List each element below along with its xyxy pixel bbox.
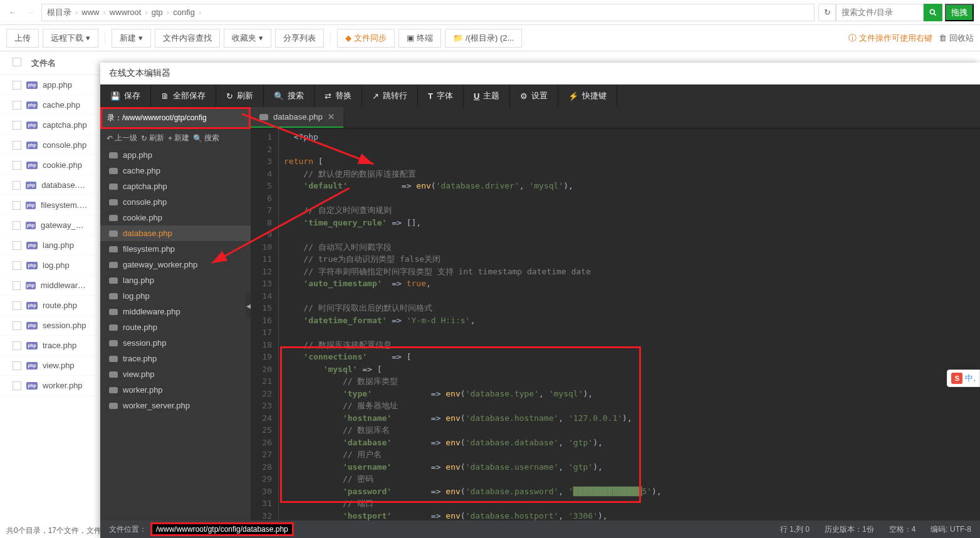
breadcrumb-bar: ← → 根目录› www› wwwroot› gtp› config› ↻ 拖拽 bbox=[0, 0, 980, 25]
share-list-button[interactable]: 分享列表 bbox=[275, 29, 324, 48]
root-dir-button[interactable]: 📁 /(根目录) (2... bbox=[445, 29, 522, 48]
search-button[interactable] bbox=[924, 4, 942, 21]
favorites-button[interactable]: 收藏夹 ▾ bbox=[224, 29, 271, 48]
trash-icon: 🗑 bbox=[939, 33, 947, 43]
sync-icon: ◆ bbox=[345, 33, 352, 43]
chevron-down-icon: ▾ bbox=[138, 33, 143, 43]
trash-button[interactable]: 🗑 回收站 bbox=[939, 33, 974, 44]
svg-point-0 bbox=[930, 9, 934, 14]
terminal-icon: ▣ bbox=[407, 33, 414, 43]
breadcrumb-item[interactable]: gtp bbox=[152, 8, 163, 17]
nav-forward-icon[interactable]: → bbox=[24, 6, 36, 19]
refresh-icon[interactable]: ↻ bbox=[818, 4, 836, 21]
search-content-button[interactable]: 文件内容查找 bbox=[155, 29, 220, 48]
new-button[interactable]: 新建 ▾ bbox=[112, 29, 151, 48]
chevron-down-icon: ▾ bbox=[259, 33, 263, 43]
search-input[interactable] bbox=[836, 4, 924, 21]
upload-button[interactable]: 上传 bbox=[6, 29, 39, 48]
drag-button[interactable]: 拖拽 bbox=[945, 4, 974, 21]
breadcrumb-item[interactable]: www bbox=[81, 8, 99, 17]
breadcrumb: 根目录› www› wwwroot› gtp› config› bbox=[41, 4, 815, 21]
terminal-button[interactable]: ▣ 终端 bbox=[399, 29, 441, 48]
nav-back-icon[interactable]: ← bbox=[6, 6, 19, 19]
search-box: 拖拽 bbox=[836, 4, 974, 21]
breadcrumb-item[interactable]: config bbox=[173, 8, 195, 17]
toolbar: 上传 远程下载 ▾ 新建 ▾ 文件内容查找 收藏夹 ▾ 分享列表 ◆ 文件同步 … bbox=[0, 25, 980, 51]
breadcrumb-item[interactable]: wwwroot bbox=[110, 8, 142, 17]
editor-title: 在线文本编辑器 bbox=[100, 63, 980, 75]
info-icon: ⓘ bbox=[848, 33, 857, 43]
remote-download-button[interactable]: 远程下载 ▾ bbox=[43, 29, 98, 48]
file-sync-button[interactable]: ◆ 文件同步 bbox=[337, 29, 395, 48]
select-all-checkbox[interactable] bbox=[13, 58, 21, 66]
editor: 在线文本编辑器 💾保存 🗎全部保存 ↻刷新 🔍搜索 ⇄替换 ↗跳转行 T字体 U… bbox=[100, 63, 980, 75]
breadcrumb-item[interactable]: 根目录 bbox=[47, 7, 71, 18]
chevron-down-icon: ▾ bbox=[86, 33, 90, 43]
svg-line-1 bbox=[934, 13, 936, 15]
folder-icon: 📁 bbox=[453, 33, 463, 43]
right-click-tip: ⓘ 文件操作可使用右键 bbox=[848, 33, 932, 44]
